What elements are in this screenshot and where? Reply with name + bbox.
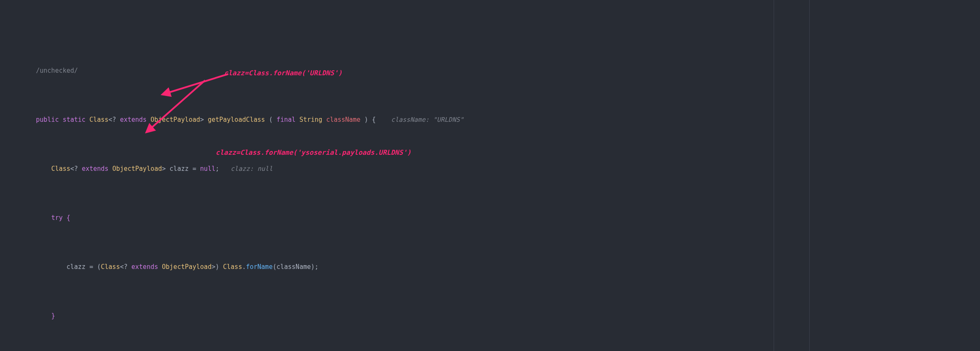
code-editor[interactable]: /unchecked/ public static Class<? extend… bbox=[0, 0, 980, 351]
editor-ruler-2 bbox=[809, 0, 810, 351]
inlay-hint: clazz: null bbox=[231, 165, 273, 173]
code-line[interactable]: Class<? extends ObjectPayload> clazz = n… bbox=[0, 163, 980, 175]
annotation-comment: /unchecked/ bbox=[36, 67, 78, 74]
user-annotation-2: clazz=Class.forName('ysoserial.payloads.… bbox=[216, 146, 411, 159]
code-line[interactable]: public static Class<? extends ObjectPayl… bbox=[0, 114, 980, 126]
code-line[interactable]: clazz = (Class<? extends ObjectPayload>)… bbox=[0, 261, 980, 273]
code-line[interactable]: /unchecked/ bbox=[0, 65, 980, 77]
arrow-icon bbox=[142, 76, 226, 135]
editor-ruler-1 bbox=[774, 0, 774, 351]
code-line[interactable]: try { bbox=[0, 212, 980, 224]
code-line[interactable]: } bbox=[0, 310, 980, 322]
inlay-hint: className: "URLDNS" bbox=[391, 116, 464, 123]
